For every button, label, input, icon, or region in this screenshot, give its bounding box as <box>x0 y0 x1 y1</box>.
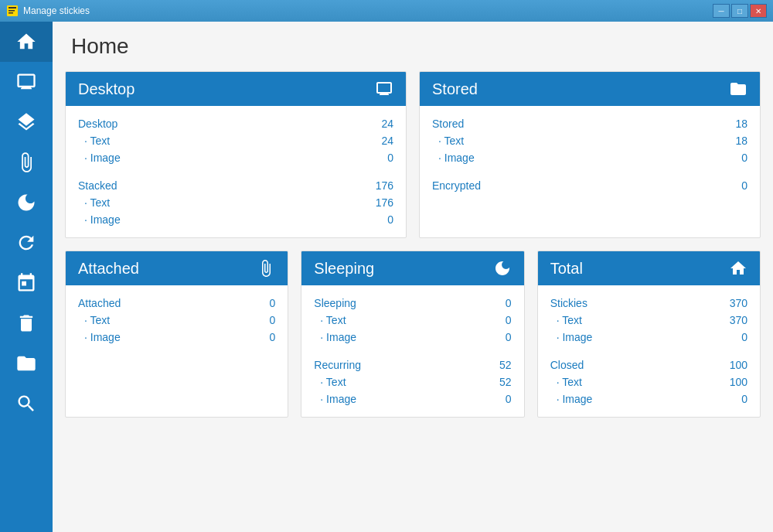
svg-rect-2 <box>9 10 15 12</box>
recurring-value: 52 <box>489 359 512 371</box>
layers-icon <box>15 111 37 133</box>
folder-icon <box>15 353 37 374</box>
stored-stat-text: · Text 18 <box>432 132 747 149</box>
sleeping-stat-recurring-image: · Image 0 <box>314 390 511 408</box>
sidebar-item-calendar[interactable] <box>0 263 53 303</box>
sleeping-card-title: Sleeping <box>314 260 374 278</box>
monitor-icon <box>15 71 37 93</box>
sidebar-item-folder[interactable] <box>0 343 53 384</box>
stickies-value: 370 <box>724 297 747 309</box>
recurring-text-label: · Text <box>314 376 346 388</box>
stored-card-title: Stored <box>432 80 478 98</box>
desktop-stat-stacked: Stacked 176 <box>78 177 393 194</box>
sleeping-image-label: · Image <box>314 331 356 343</box>
stored-text-value: 18 <box>724 135 747 147</box>
desktop-text-label: · Text <box>78 135 110 147</box>
bottom-cards-row: Attached Attached 0 · Text 0 · I <box>65 251 761 418</box>
sidebar <box>0 22 53 532</box>
desktop-value: 24 <box>370 118 393 130</box>
total-card-header: Total <box>538 251 760 285</box>
sleeping-card: Sleeping Sleeping 0 · Text 0 · I <box>301 251 524 418</box>
page-title: Home <box>71 34 761 59</box>
stored-stat-stored: Stored 18 <box>432 115 747 132</box>
sidebar-item-layers[interactable] <box>0 102 53 142</box>
sleeping-card-icon <box>493 259 512 278</box>
recurring-label: Recurring <box>314 359 361 371</box>
stored-image-label: · Image <box>432 152 475 164</box>
calendar-icon <box>15 272 37 294</box>
title-bar-text: Manage stickies <box>23 5 708 16</box>
attached-card: Attached Attached 0 · Text 0 · I <box>65 251 288 418</box>
stickies-image-value: 0 <box>724 331 747 343</box>
stacked-text-value: 176 <box>370 196 393 209</box>
attached-image-value: 0 <box>252 331 275 343</box>
content-area: Home Desktop Desktop 24 · Text <box>53 22 773 532</box>
sleeping-card-header: Sleeping <box>301 251 523 285</box>
closed-label: Closed <box>550 359 584 371</box>
sidebar-item-trash[interactable] <box>0 303 53 343</box>
attached-text-value: 0 <box>252 314 275 326</box>
closed-value: 100 <box>724 359 747 371</box>
maximize-button[interactable]: □ <box>731 4 748 18</box>
total-card: Total Stickies 370 · Text 370 · <box>537 251 761 418</box>
recurring-image-value: 0 <box>489 393 512 405</box>
top-cards-row: Desktop Desktop 24 · Text 24 · I <box>65 71 761 238</box>
sidebar-item-home[interactable] <box>0 22 53 62</box>
title-bar: Manage stickies ─ □ ✕ <box>0 0 773 22</box>
attached-card-icon <box>257 259 275 278</box>
desktop-card-title: Desktop <box>78 80 135 98</box>
sleeping-card-body: Sleeping 0 · Text 0 · Image 0 Recurring <box>301 285 523 417</box>
total-stat-stickies: Stickies 370 <box>550 295 747 312</box>
attached-text-label: · Text <box>78 314 110 326</box>
sidebar-item-search[interactable] <box>0 384 53 424</box>
app-container: Home Desktop Desktop 24 · Text <box>0 22 773 532</box>
attached-label: Attached <box>78 297 121 309</box>
minimize-button[interactable]: ─ <box>713 4 730 18</box>
sleeping-stat-image: · Image 0 <box>314 329 511 346</box>
stored-stat-image: · Image 0 <box>432 149 747 166</box>
recurring-text-value: 52 <box>489 376 512 388</box>
closed-text-value: 100 <box>724 376 747 388</box>
attached-value: 0 <box>252 297 275 309</box>
moon-icon <box>15 192 37 213</box>
attached-stat-text: · Text 0 <box>78 312 275 329</box>
desktop-label: Desktop <box>78 118 117 130</box>
attached-image-label: · Image <box>78 331 121 343</box>
desktop-stat-desktop: Desktop 24 <box>78 115 393 132</box>
total-stat-closed-text: · Text 100 <box>550 373 747 390</box>
encrypted-label: Encrypted <box>432 179 481 192</box>
stored-card-body: Stored 18 · Text 18 · Image 0 Encrypted <box>420 106 760 214</box>
closed-image-label: · Image <box>550 393 593 405</box>
stored-card-header: Stored <box>420 72 760 106</box>
sidebar-item-attached[interactable] <box>0 142 53 182</box>
stickies-text-label: · Text <box>550 314 582 326</box>
search-icon <box>15 393 37 414</box>
sleeping-stat-recurring-text: · Text 52 <box>314 373 511 390</box>
stored-stat-encrypted: Encrypted 0 <box>432 177 747 194</box>
total-stat-closed: Closed 100 <box>550 356 747 373</box>
desktop-image-label: · Image <box>78 152 121 164</box>
closed-image-value: 0 <box>724 393 747 405</box>
sleeping-text-value: 0 <box>489 314 512 326</box>
svg-rect-3 <box>9 12 13 14</box>
attached-card-title: Attached <box>78 260 139 278</box>
desktop-card-icon <box>375 80 393 98</box>
trash-icon <box>15 312 37 334</box>
stored-card: Stored Stored 18 · Text 18 · Ima <box>419 71 761 238</box>
total-card-title: Total <box>550 260 583 278</box>
sleeping-stat-recurring: Recurring 52 <box>314 356 511 373</box>
sidebar-item-recurring[interactable] <box>0 223 53 263</box>
sleeping-value: 0 <box>489 297 512 309</box>
closed-text-label: · Text <box>550 376 582 388</box>
close-button[interactable]: ✕ <box>750 4 767 18</box>
stickies-label: Stickies <box>550 297 587 309</box>
home-icon <box>15 31 37 53</box>
stored-image-value: 0 <box>724 152 747 164</box>
stored-text-label: · Text <box>432 135 464 147</box>
sidebar-item-sleeping[interactable] <box>0 182 53 223</box>
sleeping-image-value: 0 <box>489 331 512 343</box>
attached-card-body: Attached 0 · Text 0 · Image 0 <box>66 285 288 394</box>
desktop-image-value: 0 <box>370 152 393 164</box>
total-stat-text: · Text 370 <box>550 312 747 329</box>
sidebar-item-desktop[interactable] <box>0 62 53 102</box>
